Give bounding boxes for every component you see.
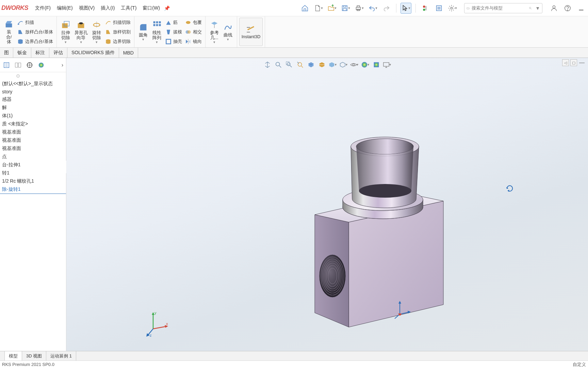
rib-button[interactable]: 筋 <box>164 18 183 27</box>
svg-point-16 <box>18 24 19 25</box>
loft-cut-button[interactable]: 放样切割 <box>103 28 132 36</box>
tree-item[interactable]: story <box>0 88 66 95</box>
btab-model[interactable]: 模型 <box>5 351 22 361</box>
home-icon[interactable] <box>299 3 310 14</box>
tree-root[interactable]: (默认<<默认>_显示状态 <box>0 80 66 88</box>
hud-eye-icon[interactable]: ▼ <box>350 60 359 70</box>
vp-prev-icon[interactable]: ◁ <box>562 59 569 66</box>
undo-icon[interactable]: ▼ <box>368 3 378 14</box>
svg-rect-28 <box>166 39 170 44</box>
tree-item-selected[interactable]: 除-旋转1 <box>0 185 66 194</box>
hole-wizard-button[interactable]: 异形孔 向导▼ <box>72 18 90 46</box>
sweep-cut-button[interactable]: 扫描切除 <box>103 18 132 27</box>
tab-sheetmetal[interactable]: 钣金 <box>13 48 31 58</box>
intersect-button[interactable]: 相交 <box>183 28 203 36</box>
settings-gear-icon[interactable]: ▼ <box>447 3 458 14</box>
feature-tree[interactable]: (默认<<默认>_显示状态 story 感器 解 体(1) 质 <未指定> 视基… <box>0 79 66 351</box>
hud-orient-icon[interactable] <box>263 60 272 70</box>
menu-insert[interactable]: 插入(I) <box>101 5 115 11</box>
hud-zoom-area-icon[interactable] <box>284 60 294 70</box>
redo-icon[interactable] <box>381 3 392 14</box>
boundary-cut-button[interactable]: 边界切除 <box>103 37 132 46</box>
hud-scene-icon[interactable] <box>372 60 381 70</box>
tree-tab-config-icon[interactable] <box>24 60 35 70</box>
svg-point-48 <box>356 139 413 154</box>
hud-section-view-icon[interactable] <box>306 60 316 70</box>
menu-file[interactable]: 文件(F) <box>35 5 51 11</box>
fillet-button[interactable]: 圆角▼ <box>136 18 150 46</box>
linear-pattern-button[interactable]: 线性 阵列▼ <box>150 18 164 46</box>
tab-drawing[interactable]: 图 <box>0 48 13 58</box>
print-icon[interactable]: ▼ <box>354 3 365 14</box>
tab-annotate[interactable]: 标注 <box>31 48 49 58</box>
hud-hide-show-icon[interactable]: ▼ <box>339 60 348 70</box>
tab-plugins[interactable]: SOLIDWORKS 插件 <box>67 48 119 58</box>
svg-point-10 <box>451 7 453 9</box>
hud-previous-view-icon[interactable] <box>295 60 305 70</box>
svg-marker-58 <box>152 312 154 315</box>
tree-item[interactable]: 视基准面 <box>0 128 66 136</box>
feature-base-icon[interactable]: 装合/体 <box>2 18 16 46</box>
shell-button[interactable]: 抽壳 <box>164 37 183 46</box>
feature-tabbar: 图 钣金 标注 评估 SOLIDWORKS 插件 MBD <box>0 48 588 58</box>
menu-window[interactable]: 窗口(W) <box>143 5 160 11</box>
pin-icon[interactable]: 📌 <box>164 5 170 11</box>
tree-item[interactable]: 体(1) <box>0 112 66 120</box>
options-list-icon[interactable] <box>434 3 444 14</box>
tree-expand-icon[interactable]: › <box>60 61 65 70</box>
ref-geometry-button[interactable]: 参考 几...▼ <box>208 18 221 46</box>
rebuild-icon[interactable] <box>420 3 431 14</box>
btab-motion[interactable]: 运动算例 1 <box>46 351 76 361</box>
revolve-cut-button[interactable]: 旋转 切除▼ <box>90 18 103 46</box>
save-icon[interactable]: ▼ <box>340 3 351 14</box>
boundary-boss-button[interactable]: 边界凸台/基体 <box>16 37 54 46</box>
tree-item[interactable]: 感器 <box>0 95 66 104</box>
tree-tab-feature-icon[interactable] <box>1 60 12 70</box>
vp-close-icon[interactable]: — <box>578 59 585 66</box>
tree-item[interactable]: 视基准面 <box>0 136 66 144</box>
hud-dynamic-clip-icon[interactable] <box>317 60 327 70</box>
hud-render-icon[interactable]: ▼ <box>382 60 392 70</box>
extruded-cut-button[interactable]: 拉伸 切除▼ <box>59 18 72 46</box>
hud-zoom-fit-icon[interactable] <box>274 60 283 70</box>
search-box[interactable]: ▼ <box>464 3 542 13</box>
tree-item[interactable]: 台-拉伸1 <box>0 161 66 169</box>
hud-display-style-icon[interactable]: ▼ <box>328 60 338 70</box>
mirror-button[interactable]: 镜向 <box>183 37 203 46</box>
draft-button[interactable]: 拔模 <box>164 28 183 36</box>
wrap-button[interactable]: 包覆 <box>183 18 203 27</box>
svg-point-11 <box>529 7 531 9</box>
tree-item[interactable]: 质 <未指定> <box>0 120 66 128</box>
vp-max-icon[interactable]: ▢ <box>570 59 577 66</box>
search-input[interactable] <box>472 5 529 11</box>
svg-rect-44 <box>383 63 389 66</box>
tree-item[interactable]: 视基准面 <box>0 144 66 153</box>
titlebar: DWORKS 文件(F) 编辑(E) 视图(V) 插入(I) 工具(T) 窗口(… <box>0 0 588 16</box>
select-icon[interactable]: ▼ <box>401 3 411 14</box>
tree-tab-appearance-icon[interactable] <box>36 60 46 70</box>
tab-evaluate[interactable]: 评估 <box>49 48 67 58</box>
menu-edit[interactable]: 编辑(E) <box>57 5 73 11</box>
svg-point-29 <box>186 21 190 24</box>
btab-3dview[interactable]: 3D 视图 <box>22 351 46 361</box>
sweep-button[interactable]: 扫描 <box>16 18 54 27</box>
tree-item[interactable]: 解 <box>0 104 66 112</box>
help-icon[interactable] <box>562 3 573 14</box>
menu-tools[interactable]: 工具(T) <box>121 5 136 11</box>
minimize-icon[interactable] <box>576 3 587 14</box>
lofted-boss-button[interactable]: 放样凸台/基体 <box>16 28 54 36</box>
open-icon[interactable]: ▼ <box>327 3 338 14</box>
menu-view[interactable]: 视图(V) <box>79 5 95 11</box>
tree-item[interactable]: 点 <box>0 153 66 161</box>
viewport-3d[interactable]: ▼ ▼ ▼ ▼ ▼ ◁ ▢ — <box>66 58 588 351</box>
tree-item[interactable]: 1/2 Rc 螺纹孔1 <box>0 177 66 185</box>
new-icon[interactable]: ▼ <box>313 3 324 14</box>
tree-item[interactable]: 转1 <box>0 169 66 177</box>
instant3d-button[interactable]: Instant3D <box>239 18 263 46</box>
curve-button[interactable]: 曲线▼ <box>221 18 235 46</box>
hud-appearance-icon[interactable]: ▼ <box>361 60 370 70</box>
tab-mbd[interactable]: MBD <box>119 48 138 58</box>
user-icon[interactable] <box>549 3 559 14</box>
tree-tab-property-icon[interactable] <box>13 60 23 70</box>
svg-rect-25 <box>153 24 155 26</box>
